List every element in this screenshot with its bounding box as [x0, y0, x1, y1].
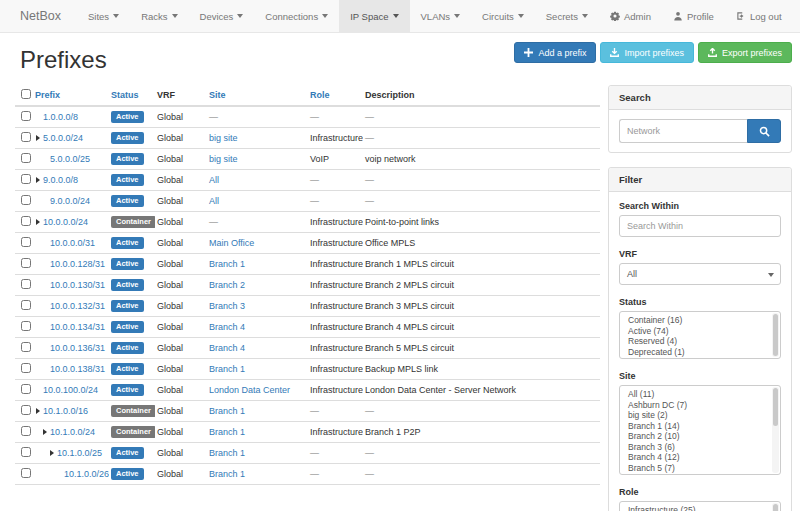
row-checkbox[interactable] — [21, 426, 31, 436]
prefix-link[interactable]: 10.0.100.0/24 — [43, 385, 98, 395]
vrf-select[interactable]: All — [619, 263, 781, 285]
site-link[interactable]: Branch 1 — [209, 406, 245, 416]
row-checkbox[interactable] — [21, 342, 31, 352]
column-header-prefix[interactable]: Prefix — [35, 90, 60, 100]
row-checkbox[interactable] — [21, 258, 31, 268]
row-checkbox[interactable] — [21, 363, 31, 373]
nav-item-secrets[interactable]: Secrets — [535, 0, 599, 32]
prefix-link[interactable]: 10.1.0.0/16 — [43, 406, 88, 416]
select-all-checkbox[interactable] — [21, 89, 31, 99]
column-header-site[interactable]: Site — [209, 90, 226, 100]
site-link[interactable]: Branch 2 — [209, 280, 245, 290]
import-prefixes-button[interactable]: Import prefixes — [600, 42, 694, 63]
search-within-input[interactable] — [619, 215, 781, 237]
scrollbar-thumb[interactable] — [773, 504, 778, 511]
row-checkbox[interactable] — [21, 300, 31, 310]
site-link[interactable]: London Data Center — [209, 385, 290, 395]
row-checkbox[interactable] — [21, 153, 31, 163]
site-link[interactable]: Branch 4 — [209, 343, 245, 353]
scrollbar[interactable] — [772, 313, 779, 357]
row-checkbox[interactable] — [21, 195, 31, 205]
brand-netbox[interactable]: NetBox — [0, 0, 77, 32]
prefix-link[interactable]: 5.0.0.0/24 — [43, 133, 83, 143]
listbox-option[interactable]: Branch 3 (6) — [620, 442, 780, 453]
listbox-option[interactable]: Ashburn DC (7) — [620, 400, 780, 411]
expand-arrow-icon[interactable] — [43, 429, 47, 435]
prefix-link[interactable]: 10.0.0.134/31 — [50, 322, 105, 332]
row-checkbox[interactable] — [21, 279, 31, 289]
site-link[interactable]: Branch 3 — [209, 301, 245, 311]
listbox-option[interactable]: Branch 4 (12) — [620, 452, 780, 463]
search-input[interactable] — [619, 119, 747, 143]
site-link[interactable]: big site — [209, 154, 238, 164]
site-link[interactable]: big site — [209, 133, 238, 143]
prefix-link[interactable]: 1.0.0.0/8 — [43, 112, 78, 122]
prefix-link[interactable]: 10.0.0.0/31 — [50, 238, 95, 248]
site-link[interactable]: Branch 1 — [209, 448, 245, 458]
expand-arrow-icon[interactable] — [36, 135, 40, 141]
nav-item-vlans[interactable]: VLANs — [410, 0, 472, 32]
prefix-link[interactable]: 10.0.0.136/31 — [50, 343, 105, 353]
listbox-option[interactable]: big site (2) — [620, 410, 780, 421]
site-link[interactable]: Branch 1 — [209, 364, 245, 374]
row-checkbox[interactable] — [21, 174, 31, 184]
listbox-option[interactable]: All (11) — [620, 389, 780, 400]
listbox-option[interactable]: Branch 2 (10) — [620, 431, 780, 442]
prefix-link[interactable]: 10.0.0.138/31 — [50, 364, 105, 374]
nav-item-ip-space[interactable]: IP Space — [339, 0, 409, 32]
role-listbox[interactable]: Infrastructure (25)Management (8)Private… — [619, 501, 781, 511]
listbox-option[interactable]: Branch 5 (7) — [620, 463, 780, 474]
listbox-option[interactable]: Active (74) — [620, 326, 780, 337]
prefix-link[interactable]: 5.0.0.0/25 — [50, 154, 90, 164]
add-prefix-button[interactable]: Add a prefix — [514, 42, 596, 63]
scrollbar[interactable] — [772, 503, 779, 511]
prefix-link[interactable]: 10.0.0.132/31 — [50, 301, 105, 311]
row-checkbox[interactable] — [21, 132, 31, 142]
site-link[interactable]: Branch 1 — [209, 259, 245, 269]
listbox-option[interactable]: Deprecated (1) — [620, 347, 780, 358]
prefix-link[interactable]: 9.0.0.0/24 — [50, 196, 90, 206]
listbox-option[interactable]: COLO-1-CA (2) — [620, 473, 780, 475]
site-link[interactable]: All — [209, 175, 219, 185]
row-checkbox[interactable] — [21, 237, 31, 247]
row-checkbox[interactable] — [21, 321, 31, 331]
nav-item-profile[interactable]: Profile — [662, 0, 725, 32]
nav-item-racks[interactable]: Racks — [130, 0, 188, 32]
scrollbar[interactable] — [772, 387, 779, 473]
column-header-role[interactable]: Role — [310, 90, 330, 100]
listbox-option[interactable]: Infrastructure (25) — [620, 505, 780, 511]
site-link[interactable]: Main Office — [209, 238, 254, 248]
prefix-link[interactable]: 10.1.0.0/26 — [64, 469, 109, 479]
nav-item-connections[interactable]: Connections — [254, 0, 339, 32]
site-link[interactable]: Branch 1 — [209, 469, 245, 479]
search-button[interactable] — [747, 119, 781, 143]
scrollbar-thumb[interactable] — [773, 314, 778, 356]
expand-arrow-icon[interactable] — [36, 408, 40, 414]
expand-arrow-icon[interactable] — [36, 177, 40, 183]
nav-item-devices[interactable]: Devices — [189, 0, 255, 32]
scrollbar-thumb[interactable] — [773, 388, 778, 426]
nav-item-sites[interactable]: Sites — [77, 0, 130, 32]
nav-item-logout[interactable]: Log out — [725, 0, 793, 32]
site-listbox[interactable]: All (11)Ashburn DC (7)big site (2)Branch… — [619, 385, 781, 475]
status-listbox[interactable]: Container (16)Active (74)Reserved (4)Dep… — [619, 311, 781, 359]
column-header-status[interactable]: Status — [111, 90, 139, 100]
prefix-link[interactable]: 10.0.0.128/31 — [50, 259, 105, 269]
prefix-link[interactable]: 10.0.0.0/24 — [43, 217, 88, 227]
export-prefixes-button[interactable]: Export prefixes — [698, 42, 792, 63]
prefix-link[interactable]: 10.0.0.130/31 — [50, 280, 105, 290]
row-checkbox[interactable] — [21, 216, 31, 226]
expand-arrow-icon[interactable] — [36, 219, 40, 225]
prefix-link[interactable]: 10.1.0.0/24 — [50, 427, 95, 437]
listbox-option[interactable]: Branch 1 (14) — [620, 421, 780, 432]
site-link[interactable]: All — [209, 196, 219, 206]
row-checkbox[interactable] — [21, 468, 31, 478]
row-checkbox[interactable] — [21, 384, 31, 394]
prefix-link[interactable]: 10.1.0.0/25 — [57, 448, 102, 458]
row-checkbox[interactable] — [21, 405, 31, 415]
listbox-option[interactable]: Reserved (4) — [620, 336, 780, 347]
row-checkbox[interactable] — [21, 111, 31, 121]
prefix-link[interactable]: 9.0.0.0/8 — [43, 175, 78, 185]
site-link[interactable]: Branch 1 — [209, 427, 245, 437]
nav-item-circuits[interactable]: Circuits — [471, 0, 535, 32]
